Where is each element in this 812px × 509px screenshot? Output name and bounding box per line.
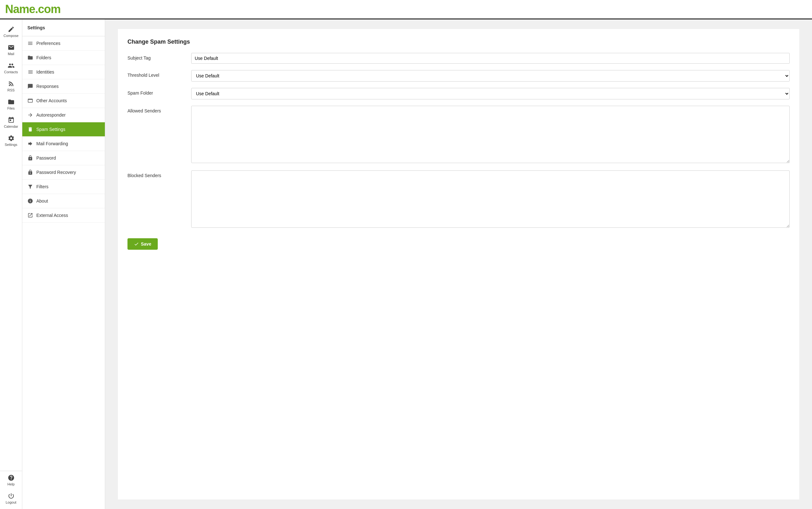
spam-folder-row: Spam Folder Use Default (127, 88, 790, 99)
allowed-senders-row: Allowed Senders (127, 106, 790, 164)
nav-item-rss[interactable]: RSS (0, 77, 22, 95)
logo: Name.com (5, 3, 61, 15)
spam-settings-icon (27, 127, 33, 132)
sidebar-item-about[interactable]: About (22, 194, 105, 208)
nav-item-contacts[interactable]: Contacts (0, 59, 22, 77)
sidebar-label-spam-settings: Spam Settings (36, 127, 65, 132)
nav-item-compose[interactable]: Compose (0, 23, 22, 41)
mail-icon (8, 44, 15, 51)
save-button-label: Save (141, 241, 151, 246)
preferences-icon (27, 40, 33, 46)
nav-item-help[interactable]: Help (0, 471, 22, 489)
help-icon (8, 474, 15, 481)
allowed-senders-label: Allowed Senders (127, 106, 191, 113)
blocked-senders-row: Blocked Senders (127, 170, 790, 229)
nav-item-logout[interactable]: Logout (0, 489, 22, 507)
threshold-level-select[interactable]: Use Default (191, 70, 790, 81)
nav-label-mail: Mail (8, 52, 14, 56)
sidebar-label-autoresponder: Autoresponder (36, 112, 66, 117)
blocked-senders-control (191, 170, 790, 229)
nav-label-contacts: Contacts (4, 70, 18, 74)
sidebar-item-identities[interactable]: Identities (22, 65, 105, 79)
spam-folder-select[interactable]: Use Default (191, 88, 790, 99)
subject-tag-input[interactable] (191, 53, 790, 64)
nav-label-calendar: Calendar (4, 125, 18, 128)
subject-tag-row: Subject Tag (127, 53, 790, 64)
filters-icon (27, 184, 33, 190)
sidebar-item-spam-settings[interactable]: Spam Settings (22, 122, 105, 137)
sidebar-item-password-recovery[interactable]: Password Recovery (22, 165, 105, 180)
logo-name: Name (5, 3, 35, 15)
header: Name.com (0, 0, 812, 20)
rss-icon (8, 80, 15, 87)
sidebar-label-identities: Identities (36, 69, 54, 74)
threshold-level-label: Threshold Level (127, 70, 191, 78)
other-accounts-icon (27, 98, 33, 104)
logo-com: com (38, 3, 61, 15)
settings-sidebar: Settings Preferences Folders Identities … (22, 20, 105, 509)
sidebar-label-mail-forwarding: Mail Forwarding (36, 141, 68, 146)
settings-sidebar-title: Settings (22, 20, 105, 36)
threshold-level-row: Threshold Level Use Default (127, 70, 790, 81)
nav-item-mail[interactable]: Mail (0, 41, 22, 59)
responses-icon (27, 83, 33, 89)
nav-label-rss: RSS (7, 88, 15, 92)
nav-label-settings: Settings (5, 143, 18, 146)
autoresponder-icon (27, 112, 33, 118)
sidebar-item-other-accounts[interactable]: Other Accounts (22, 94, 105, 108)
contacts-icon (8, 62, 15, 69)
password-recovery-icon (27, 169, 33, 175)
allowed-senders-textarea[interactable] (191, 106, 790, 163)
sidebar-item-external-access[interactable]: External Access (22, 208, 105, 223)
allowed-senders-control (191, 106, 790, 164)
sidebar-label-other-accounts: Other Accounts (36, 98, 67, 103)
password-icon (27, 155, 33, 161)
nav-item-files[interactable]: Files (0, 95, 22, 113)
threshold-level-control: Use Default (191, 70, 790, 81)
logo-dot: . (35, 3, 38, 15)
settings-icon (8, 135, 15, 142)
subject-tag-label: Subject Tag (127, 53, 191, 61)
sidebar-label-filters: Filters (36, 184, 48, 189)
icon-nav: Compose Mail Contacts RSS Files Calendar… (0, 20, 22, 509)
sidebar-item-filters[interactable]: Filters (22, 180, 105, 194)
sidebar-item-responses[interactable]: Responses (22, 79, 105, 94)
sidebar-item-autoresponder[interactable]: Autoresponder (22, 108, 105, 122)
sidebar-item-preferences[interactable]: Preferences (22, 36, 105, 50)
sidebar-label-about: About (36, 198, 48, 204)
icon-nav-bottom: Help Logout (0, 471, 22, 509)
sidebar-label-responses: Responses (36, 84, 59, 89)
folders-icon (27, 55, 33, 61)
compose-icon (8, 26, 15, 33)
spam-folder-label: Spam Folder (127, 88, 191, 96)
sidebar-label-folders: Folders (36, 55, 51, 60)
calendar-icon (8, 116, 15, 124)
save-button[interactable]: Save (127, 238, 158, 250)
sidebar-item-folders[interactable]: Folders (22, 50, 105, 65)
blocked-senders-label: Blocked Senders (127, 170, 191, 178)
nav-label-compose: Compose (3, 34, 19, 38)
subject-tag-control (191, 53, 790, 64)
main-container: Compose Mail Contacts RSS Files Calendar… (0, 20, 812, 509)
nav-label-files: Files (7, 106, 15, 110)
logout-icon (8, 493, 15, 500)
sidebar-label-password-recovery: Password Recovery (36, 170, 76, 175)
sidebar-label-password: Password (36, 156, 56, 161)
nav-item-settings[interactable]: Settings (0, 132, 22, 150)
files-icon (8, 98, 15, 105)
nav-item-calendar[interactable]: Calendar (0, 113, 22, 132)
main-content: Change Spam Settings Subject Tag Thresho… (105, 20, 812, 509)
content-panel: Change Spam Settings Subject Tag Thresho… (118, 29, 799, 500)
identities-icon (27, 69, 33, 75)
about-icon (27, 198, 33, 204)
checkmark-icon (134, 241, 139, 246)
sidebar-label-preferences: Preferences (36, 41, 60, 46)
sidebar-item-password[interactable]: Password (22, 151, 105, 165)
section-title: Change Spam Settings (127, 38, 790, 45)
external-access-icon (27, 212, 33, 218)
sidebar-item-mail-forwarding[interactable]: Mail Forwarding (22, 137, 105, 151)
spam-folder-control: Use Default (191, 88, 790, 99)
nav-label-logout: Logout (6, 500, 17, 504)
mail-forwarding-icon (27, 141, 33, 146)
blocked-senders-textarea[interactable] (191, 170, 790, 228)
